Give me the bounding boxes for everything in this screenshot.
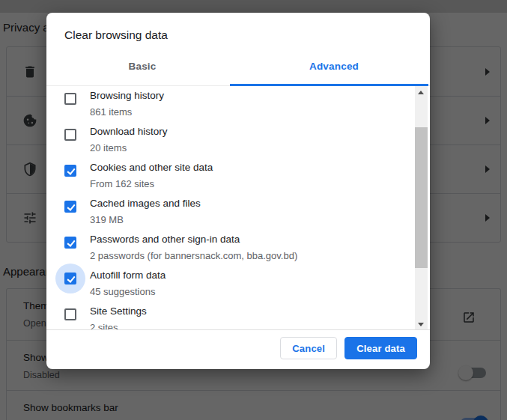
clear-browsing-data-dialog: Clear browsing data Basic Advanced Brows… bbox=[46, 13, 430, 369]
option-label: Download history bbox=[90, 127, 168, 137]
option-label: Browsing history bbox=[90, 91, 164, 101]
clear-data-button[interactable]: Clear data bbox=[344, 337, 417, 359]
autofill-checkbox[interactable] bbox=[64, 273, 76, 284]
scrollbar-up-arrow[interactable] bbox=[415, 86, 428, 99]
option-detail: 20 items bbox=[90, 143, 168, 153]
option-download-history[interactable]: Download history 20 items bbox=[46, 127, 412, 162]
cached-images-checkbox[interactable] bbox=[64, 201, 76, 213]
option-passwords[interactable]: Passwords and other sign-in data 2 passw… bbox=[46, 234, 412, 270]
option-autofill[interactable]: Autofill form data 45 suggestions bbox=[46, 270, 412, 306]
option-site-settings[interactable]: Site Settings 2 sites bbox=[46, 306, 412, 330]
download-history-checkbox[interactable] bbox=[64, 129, 76, 141]
option-label: Site Settings bbox=[90, 306, 147, 317]
site-settings-checkbox[interactable] bbox=[64, 308, 76, 320]
option-cookies[interactable]: Cookies and other site data From 162 sit… bbox=[46, 162, 412, 198]
dialog-tabs: Basic Advanced bbox=[46, 55, 430, 86]
option-label: Autofill form data bbox=[90, 270, 166, 281]
option-detail: 2 passwords (for bannersnack.com, bba.go… bbox=[90, 251, 297, 261]
cancel-button[interactable]: Cancel bbox=[280, 337, 337, 359]
scrollbar-thumb[interactable] bbox=[415, 127, 428, 268]
option-label: Passwords and other sign-in data bbox=[90, 234, 297, 245]
scrollbar[interactable] bbox=[415, 86, 428, 330]
clear-data-options-list: Browsing history 861 items Download hist… bbox=[46, 86, 430, 330]
option-browsing-history[interactable]: Browsing history 861 items bbox=[46, 91, 412, 127]
passwords-checkbox[interactable] bbox=[64, 237, 76, 249]
tab-advanced[interactable]: Advanced bbox=[238, 55, 430, 85]
dialog-footer: Cancel Clear data bbox=[46, 330, 430, 369]
dialog-title: Clear browsing data bbox=[46, 13, 430, 55]
tab-basic[interactable]: Basic bbox=[46, 55, 238, 85]
option-detail: 861 items bbox=[90, 107, 164, 117]
option-cached-images[interactable]: Cached images and files 319 MB bbox=[46, 198, 412, 234]
cookies-checkbox[interactable] bbox=[64, 165, 76, 177]
option-label: Cookies and other site data bbox=[90, 162, 213, 173]
option-detail: 2 sites bbox=[90, 323, 147, 331]
browsing-history-checkbox[interactable] bbox=[64, 93, 76, 105]
option-detail: From 162 sites bbox=[90, 179, 213, 189]
option-detail: 45 suggestions bbox=[90, 287, 166, 296]
scrollbar-down-arrow[interactable] bbox=[415, 317, 428, 330]
option-label: Cached images and files bbox=[90, 198, 201, 209]
option-detail: 319 MB bbox=[90, 215, 201, 225]
